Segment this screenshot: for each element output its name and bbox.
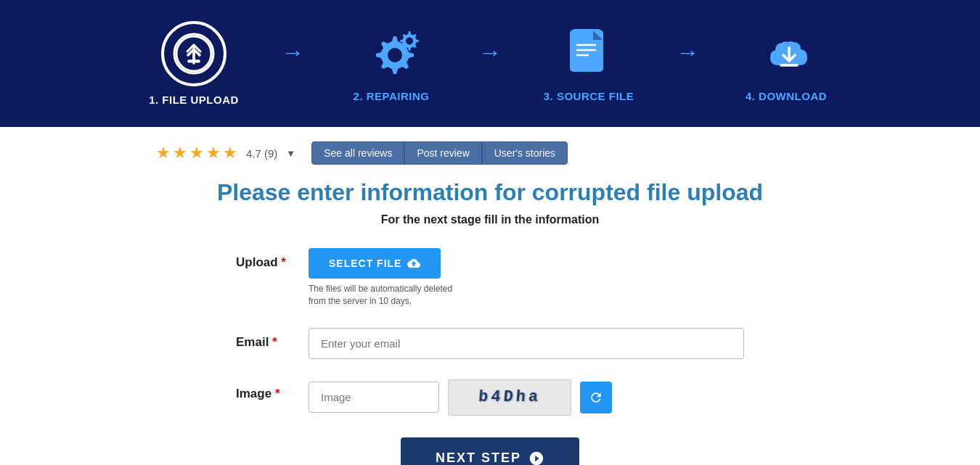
step-download: 4. DOWNLOAD	[714, 25, 859, 102]
svg-point-3	[406, 37, 413, 44]
star-5: ★	[223, 144, 237, 162]
star-4: ★	[206, 144, 221, 162]
star-1: ★	[156, 144, 171, 162]
rating-row: ★ ★ ★ ★ ★ 4.7 (9) ▼ See all reviews Post…	[156, 141, 824, 165]
rating-value: 4.7 (9)	[246, 147, 277, 160]
see-all-reviews-button[interactable]: See all reviews	[311, 141, 404, 165]
captcha-image: b4Dha	[448, 379, 571, 416]
image-required: *	[275, 387, 280, 400]
main-content: ★ ★ ★ ★ ★ 4.7 (9) ▼ See all reviews Post…	[127, 127, 853, 465]
star-rating: ★ ★ ★ ★ ★	[156, 144, 237, 162]
step-1-label: 1. FILE UPLOAD	[149, 94, 239, 106]
stepper-header: 1. FILE UPLOAD → 2. REPAIRING →	[0, 0, 980, 127]
arrow-2: →	[478, 39, 502, 88]
captcha-input[interactable]	[309, 382, 439, 413]
step-4-icon	[757, 25, 815, 83]
star-3: ★	[189, 144, 204, 162]
upload-form: Upload * SELECT FILE The files will be a…	[236, 248, 744, 465]
step-1-icon	[161, 21, 226, 86]
users-stories-button[interactable]: User's stories	[482, 141, 568, 165]
next-step-container: NEXT STEP	[236, 437, 744, 465]
captcha-refresh-button[interactable]	[580, 382, 612, 413]
image-label: Image *	[236, 379, 294, 401]
step-3-label: 3. SOURCE FILE	[544, 90, 634, 102]
step-3-icon	[560, 25, 618, 83]
image-row: Image * b4Dha	[236, 379, 744, 416]
upload-required: *	[281, 255, 286, 269]
file-note: The files will be automatically deleted …	[309, 283, 468, 308]
post-review-button[interactable]: Post review	[404, 141, 481, 165]
arrow-3: →	[676, 39, 699, 88]
step-2-label: 2. REPAIRING	[354, 90, 430, 102]
review-buttons-group: See all reviews Post review User's stori…	[311, 141, 568, 165]
email-row: Email *	[236, 328, 744, 359]
next-step-button[interactable]: NEXT STEP	[401, 437, 579, 465]
upload-label: Upload *	[236, 248, 294, 270]
email-control	[309, 328, 744, 359]
captcha-text: b4Dha	[478, 388, 542, 406]
step-file-upload: 1. FILE UPLOAD	[121, 21, 266, 106]
step-2-icon	[362, 25, 420, 83]
select-file-button[interactable]: SELECT FILE	[309, 248, 441, 279]
upload-row: Upload * SELECT FILE The files will be a…	[236, 248, 744, 308]
step-repairing: 2. REPAIRING	[319, 25, 464, 102]
rating-dropdown-arrow[interactable]: ▼	[286, 148, 295, 159]
upload-control: SELECT FILE The files will be automatica…	[309, 248, 744, 308]
step-source-file: 3. SOURCE FILE	[516, 25, 661, 102]
email-input[interactable]	[309, 328, 744, 359]
page-title: Please enter information for corrupted f…	[156, 179, 824, 206]
image-control: b4Dha	[309, 379, 744, 416]
email-required: *	[272, 335, 277, 349]
page-subtitle: For the next stage fill in the informati…	[156, 213, 824, 226]
arrow-1: →	[281, 39, 304, 88]
captcha-row: b4Dha	[309, 379, 744, 416]
star-2: ★	[173, 144, 187, 162]
step-4-label: 4. DOWNLOAD	[746, 90, 827, 102]
email-label: Email *	[236, 328, 294, 350]
svg-point-2	[388, 48, 402, 62]
